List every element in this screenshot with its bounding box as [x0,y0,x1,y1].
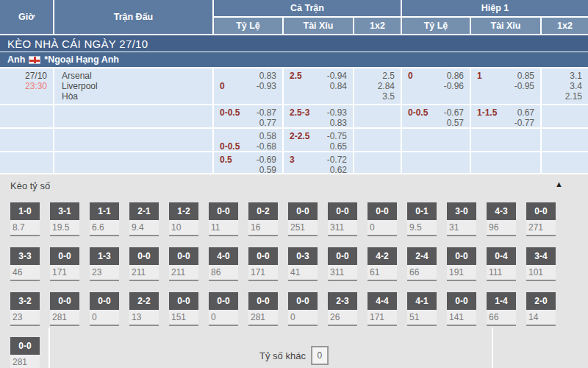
score-box[interactable]: 2-014 [526,292,556,326]
score-box-odds: 11 [209,220,238,236]
score-box-row: 0-0281Tỷ số khác [0,337,588,368]
odds-value[interactable]: -0.94 [327,71,347,81]
odds-value[interactable]: 0.57 [447,118,464,127]
odds-value[interactable]: 0.62 [330,165,347,173]
score-box[interactable]: 0-0311 [328,247,357,281]
odds-value[interactable]: 0.83 [259,71,276,81]
score-box-odds: 16 [248,220,278,236]
subheader-ft-overunder: Tài Xỉu [284,18,353,34]
score-box[interactable]: 0-00 [90,292,119,326]
score-box[interactable]: 0-0211 [129,247,159,281]
score-box-label: 0-0 [368,202,397,220]
odds-value[interactable]: 0.77 [259,118,276,127]
odds-value[interactable]: -0.93 [257,81,276,91]
score-box[interactable]: 3-031 [447,202,476,236]
score-box[interactable]: 0-19.5 [407,202,437,236]
score-box[interactable]: 0-0171 [50,247,79,281]
odds-value[interactable]: 0.85 [517,71,534,81]
odds-value[interactable]: 3.5 [382,91,395,102]
odds-value[interactable]: -0.87 [257,107,276,118]
score-box[interactable]: 0-011 [209,202,238,236]
odds-value[interactable]: 0.65 [330,141,347,151]
odds-line: 2.5-3-0.93 [290,107,347,118]
odds-value[interactable]: -0.75 [327,131,347,141]
odds-value[interactable]: -0.77 [514,118,534,127]
score-box-label: 0-0 [129,247,159,265]
score-box-label: 0-0 [248,292,278,310]
odds-value[interactable]: -0.93 [327,107,347,118]
score-box-label: 0-0 [447,292,476,310]
odds-value[interactable]: -0.95 [514,81,534,91]
odds-value[interactable]: 0.67 [517,107,534,118]
score-box-label: 3-0 [447,202,476,220]
handicap-value: 0.5 [220,155,232,165]
score-box[interactable]: 1-08.7 [10,202,40,236]
score-box[interactable]: 2-19.4 [129,202,159,236]
score-box[interactable]: 4-261 [368,247,397,281]
score-box-odds: 111 [487,265,516,281]
odds-value[interactable]: 0.84 [330,81,347,91]
score-box[interactable]: 1-466 [487,292,516,326]
score-box[interactable]: 0-0211 [169,247,198,281]
score-box[interactable]: 3-223 [10,292,40,326]
score-box[interactable]: 3-119.5 [50,202,79,236]
score-box-odds: 9.5 [407,220,437,236]
collapse-chevron-up-icon[interactable]: ▲ [555,180,563,188]
score-box[interactable]: 0-00 [368,202,397,236]
score-box[interactable]: 0-341 [288,247,318,281]
score-box[interactable]: 3-346 [10,247,40,281]
score-box[interactable]: 0-0281 [50,292,79,326]
score-box-label: 0-0 [50,292,79,310]
score-box[interactable]: 0-0151 [169,292,198,326]
score-box[interactable]: 0-0281 [10,337,40,368]
odds-value[interactable]: -0.69 [257,155,276,165]
score-box[interactable]: 4-396 [487,202,516,236]
odds-value[interactable]: 2.84 [378,81,395,91]
score-box[interactable]: 3-4101 [526,247,556,281]
odds-value[interactable]: 0.58 [259,131,276,141]
score-box[interactable]: 0-0191 [447,247,476,281]
odds-value[interactable]: 0.83 [330,118,347,127]
score-box[interactable]: 1-16.6 [90,202,119,236]
odds-value[interactable]: -0.68 [257,141,276,151]
score-box[interactable]: 1-323 [90,247,119,281]
odds-line: 10.85 [477,71,534,81]
score-box[interactable]: 2-466 [407,247,437,281]
odds-value[interactable]: 2.15 [565,91,582,102]
score-box[interactable]: 0-4111 [487,247,516,281]
score-box[interactable]: 0-00 [288,292,318,326]
score-box[interactable]: 0-0171 [248,247,278,281]
score-box-odds: 23 [10,310,40,326]
odds-value[interactable]: -0.67 [444,107,464,118]
score-box[interactable]: 4-086 [209,247,238,281]
handicap-value: 0-0.5 [220,107,240,118]
score-box[interactable]: 2-326 [328,292,357,326]
score-box[interactable]: 0-0271 [526,202,556,236]
odds-value[interactable]: 3.4 [570,81,582,91]
score-box[interactable]: 0-0281 [248,292,278,326]
odds-cell-handicap: 0.5-0.690.59 [214,152,282,173]
other-score-input[interactable] [311,346,329,365]
odds-value[interactable]: 0.86 [447,71,464,81]
score-box[interactable]: 2-213 [129,292,159,326]
odds-line: 0.84 [290,81,347,91]
score-box[interactable]: 4-4171 [368,292,397,326]
odds-value[interactable]: 2.5 [382,71,395,81]
score-box-label: 4-3 [487,202,516,220]
divider-line [49,328,50,368]
handicap-value: 1-1.5 [477,107,497,118]
score-box[interactable]: 1-210 [169,202,198,236]
odds-value[interactable]: 3.1 [570,71,582,81]
score-box[interactable]: 0-0141 [447,292,476,326]
score-box[interactable]: 0-0251 [288,202,318,236]
score-box[interactable]: 0-216 [248,202,278,236]
odds-value[interactable]: -0.72 [327,155,347,165]
odds-value[interactable]: -0.96 [444,81,464,91]
score-box[interactable]: 0-0311 [328,202,357,236]
score-box[interactable]: 4-151 [407,292,437,326]
score-section-title: Kèo tỷ số [10,180,588,191]
odds-cell-handicap: 0.830-0.93 [214,68,282,104]
score-box[interactable]: 0-00 [209,292,238,326]
odds-value[interactable]: 0.59 [259,165,276,173]
score-box-label: 0-0 [328,202,357,220]
